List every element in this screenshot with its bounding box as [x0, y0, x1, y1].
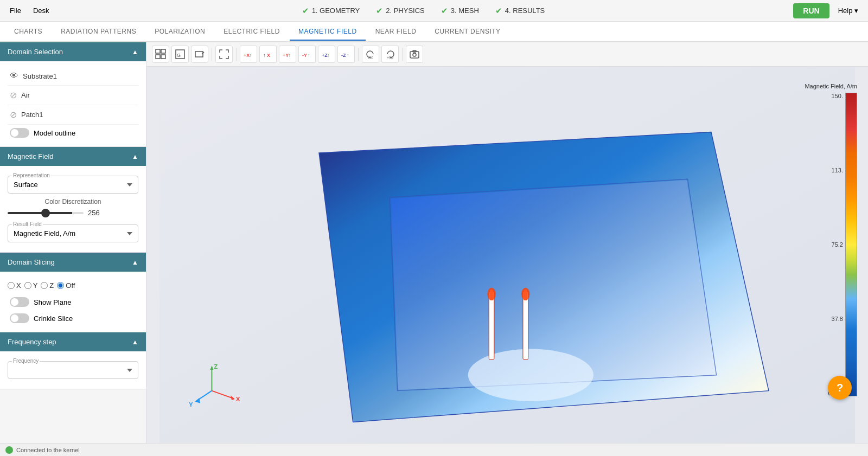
- hidden-icon-patch: ⊘: [10, 110, 17, 120]
- status-indicator: [5, 446, 13, 454]
- air-label: Air: [21, 91, 30, 99]
- svg-text:↑: ↑: [249, 53, 252, 58]
- step-label-1: 1. GEOMETRY: [312, 7, 360, 15]
- tab-current-density[interactable]: CURRENT DENSITY: [426, 23, 509, 41]
- magnetic-field-header[interactable]: Magnetic Field ▲: [0, 147, 146, 166]
- help-circle-button[interactable]: ?: [828, 376, 852, 400]
- substrate-label: Substrate1: [23, 72, 57, 80]
- svg-rect-22: [410, 52, 419, 58]
- step-physics[interactable]: ✔ 2. PHYSICS: [376, 6, 425, 16]
- show-plane-toggle[interactable]: [10, 297, 29, 307]
- toolbar-btn-zpos[interactable]: +Z↑: [318, 46, 335, 63]
- tab-magnetic[interactable]: MAGNETIC FIELD: [290, 23, 366, 41]
- domain-slicing-header[interactable]: Domain Slicing ▲: [0, 253, 146, 272]
- toolbar-btn-ypos[interactable]: +Y↑: [279, 46, 296, 63]
- domain-selection-title: Domain Selection: [8, 48, 63, 56]
- desk-button[interactable]: Desk: [29, 4, 54, 17]
- toolbar-btn-rot-neg90[interactable]: -90: [362, 46, 379, 63]
- probe-right-top: [524, 290, 527, 300]
- toolbar: G +X↑ ↑X +Y↑ -Y↑ +Z↑: [146, 42, 868, 67]
- canvas-area: G +X↑ ↑X +Y↑ -Y↑ +Z↑: [146, 42, 868, 443]
- topbar: File Desk ✔ 1. GEOMETRY ✔ 2. PHYSICS ✔ 3…: [0, 0, 868, 22]
- toolbar-btn-screenshot[interactable]: [406, 46, 423, 63]
- svg-text:X: X: [267, 53, 270, 58]
- colorbar-v3: 37.8: [828, 316, 843, 322]
- magnetic-field-body: Representation Surface Volume Arrow Colo…: [0, 166, 146, 252]
- tab-charts[interactable]: CHARTS: [5, 23, 51, 41]
- domain-slicing-body: X Y Z Off: [0, 272, 146, 332]
- radio-x[interactable]: X: [8, 281, 21, 290]
- svg-text:Z: Z: [214, 363, 218, 370]
- main-content: Domain Selection ▲ 👁 Substrate1 ⊘ Air ⊘ …: [0, 42, 868, 443]
- crinkle-slice-label: Crinkle Slice: [34, 314, 73, 323]
- radio-z[interactable]: Z: [41, 281, 54, 290]
- axis-radio-group: X Y Z Off: [8, 281, 138, 290]
- frequency-step-header[interactable]: Frequency step ▲: [0, 332, 146, 351]
- step-geometry[interactable]: ✔ 1. GEOMETRY: [302, 6, 360, 16]
- color-discretization-label: Color Discretization: [8, 198, 138, 205]
- tabbar: CHARTS RADIATION PATTERNS POLARIZATION E…: [0, 22, 868, 42]
- representation-label: Representation: [12, 172, 51, 178]
- svg-rect-0: [156, 49, 160, 53]
- toolbar-btn-yneg[interactable]: -Y↑: [298, 46, 316, 63]
- result-field-group: Result Field Magnetic Field, A/m Electri…: [8, 224, 138, 242]
- svg-rect-2: [156, 55, 160, 59]
- toolbar-sep-2: [236, 48, 237, 61]
- step-check-3: ✔: [441, 6, 448, 16]
- domain-selection-chevron: ▲: [132, 48, 138, 56]
- toolbar-btn-fitsel[interactable]: [191, 46, 208, 63]
- probe-left-top: [490, 290, 493, 300]
- tab-radiation[interactable]: RADIATION PATTERNS: [52, 23, 145, 41]
- color-discretization-slider[interactable]: [8, 212, 84, 214]
- hidden-icon-air: ⊘: [10, 90, 17, 100]
- domain-item-substrate[interactable]: 👁 Substrate1: [8, 67, 138, 86]
- magnetic-field-chevron: ▲: [132, 153, 138, 160]
- colorbar-max: 150.: [828, 93, 843, 99]
- section-domain-slicing: Domain Slicing ▲ X Y Z Off: [0, 253, 146, 332]
- step-label-3: 3. MESH: [451, 7, 479, 15]
- svg-text:↑: ↑: [327, 53, 330, 58]
- toolbar-sep-4: [402, 48, 403, 61]
- toolbar-btn-rot-pos90[interactable]: +90: [381, 46, 399, 63]
- run-button[interactable]: RUN: [793, 3, 829, 18]
- domain-selection-header[interactable]: Domain Selection ▲: [0, 42, 146, 61]
- tab-polarization[interactable]: POLARIZATION: [146, 23, 214, 41]
- radio-y[interactable]: Y: [24, 281, 38, 290]
- statusbar: Connected to the kernel: [0, 443, 868, 456]
- svg-text:-90: -90: [368, 56, 373, 60]
- toolbar-sep-1: [212, 48, 212, 61]
- viewport[interactable]: Z X Y Magnetic Field, A/m 150.: [146, 67, 868, 443]
- step-results[interactable]: ✔ 4. RESULTS: [495, 6, 545, 16]
- toolbar-btn-fullscreen[interactable]: [215, 46, 233, 63]
- domain-item-patch[interactable]: ⊘ Patch1: [8, 105, 138, 125]
- model-outline-row: Model outline: [8, 125, 138, 141]
- bright-center: [468, 349, 593, 401]
- domain-selection-body: 👁 Substrate1 ⊘ Air ⊘ Patch1 Model out: [0, 61, 146, 146]
- step-mesh[interactable]: ✔ 3. MESH: [441, 6, 479, 16]
- 3d-scene[interactable]: Z X Y: [146, 67, 868, 443]
- step-check-4: ✔: [495, 6, 502, 16]
- tab-electric[interactable]: ELECTRIC FIELD: [215, 23, 289, 41]
- topbar-right: RUN Help ▾: [793, 3, 863, 18]
- tab-nearfield[interactable]: NEAR FIELD: [367, 23, 425, 41]
- crinkle-slice-toggle[interactable]: [10, 313, 29, 323]
- toolbar-btn-zneg[interactable]: -Z↑: [337, 46, 355, 63]
- domain-item-air[interactable]: ⊘ Air: [8, 86, 138, 105]
- svg-text:-Z: -Z: [341, 53, 346, 58]
- help-button[interactable]: Help ▾: [834, 4, 863, 17]
- probe-left: [489, 291, 494, 359]
- svg-rect-1: [161, 49, 165, 53]
- radio-off[interactable]: Off: [57, 281, 75, 290]
- svg-rect-3: [161, 55, 165, 59]
- svg-text:G: G: [177, 53, 181, 58]
- toolbar-btn-viewall[interactable]: [152, 46, 169, 63]
- domain-slicing-title: Domain Slicing: [8, 258, 55, 266]
- toolbar-btn-xpos[interactable]: +X↑: [240, 46, 257, 63]
- toolbar-sep-3: [358, 48, 359, 61]
- file-menu[interactable]: File: [5, 4, 25, 17]
- toolbar-btn-fitgeo[interactable]: G: [171, 46, 189, 63]
- toolbar-btn-xview[interactable]: ↑X: [259, 46, 277, 63]
- svg-text:+90: +90: [387, 56, 393, 60]
- colorbar-v2: 75.2: [828, 241, 843, 248]
- model-outline-toggle[interactable]: [10, 128, 29, 138]
